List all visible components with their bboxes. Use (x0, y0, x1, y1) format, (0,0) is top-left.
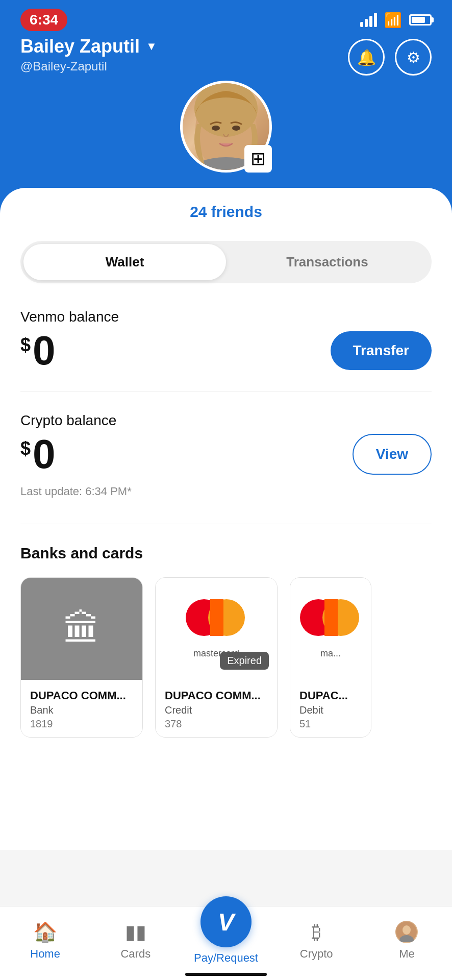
mastercard-name: DUPACO COMM... (165, 689, 268, 702)
venmo-balance-amount: $ 0 (20, 330, 56, 371)
settings-button[interactable]: ⚙ (395, 39, 432, 76)
dropdown-arrow-icon[interactable]: ▼ (146, 40, 157, 53)
status-time: 6:34 (20, 9, 67, 31)
svg-point-4 (212, 126, 220, 131)
svg-point-5 (232, 126, 240, 131)
bank-building-icon: 🏛 (63, 608, 100, 650)
divider-2 (20, 524, 432, 524)
mastercard-debit-name: DUPAC... (299, 689, 362, 702)
nav-avatar (395, 921, 418, 943)
mastercard-debit-body: DUPAC... Debit 51 (290, 680, 371, 737)
venmo-balance-label: Venmo balance (20, 309, 432, 325)
tab-toggle: Wallet Transactions (20, 241, 432, 283)
status-icons: 📶 (360, 12, 432, 29)
bank-card-number: 1819 (30, 718, 133, 730)
user-handle: @Bailey-Zaputil (20, 59, 157, 74)
banks-and-cards-section: Banks and cards 🏛 DUPACO COMM... Bank 18… (20, 545, 432, 748)
crypto-dollar-sign: $ (20, 438, 31, 459)
bank-card[interactable]: 🏛 DUPACO COMM... Bank 1819 (20, 577, 143, 738)
svg-point-7 (403, 925, 411, 935)
venmo-fab-button[interactable]: V (200, 896, 252, 947)
mastercard-label: mastercard (193, 648, 239, 659)
avatar-section: ⊞ (20, 81, 432, 173)
main-content: 24 friends Wallet Transactions Venmo bal… (0, 188, 452, 850)
user-name: Bailey Zaputil (20, 36, 140, 57)
nav-cards[interactable]: ▮▮ Cards (90, 921, 181, 961)
user-info: Bailey Zaputil ▼ @Bailey-Zaputil (20, 36, 157, 74)
status-bar: 6:34 📶 (0, 0, 452, 36)
signal-icon (360, 13, 377, 27)
mastercard-debit-number: 51 (299, 718, 362, 730)
header-top: Bailey Zaputil ▼ @Bailey-Zaputil 🔔 ⚙ (20, 36, 432, 76)
bank-card-type: Bank (30, 704, 133, 716)
nav-avatar-img (396, 922, 417, 942)
venmo-balance-row: $ 0 Transfer (20, 330, 432, 371)
mastercard-debit-label: ma... (320, 648, 341, 659)
qr-code-badge[interactable]: ⊞ (244, 145, 272, 173)
wifi-icon: 📶 (384, 12, 402, 29)
banks-cards-title: Banks and cards (20, 545, 432, 562)
battery-icon (409, 14, 432, 26)
last-update-text: Last update: 6:34 PM* (20, 485, 432, 498)
bell-icon: 🔔 (357, 48, 376, 66)
view-button[interactable]: View (353, 434, 432, 475)
header-section: Bailey Zaputil ▼ @Bailey-Zaputil 🔔 ⚙ (0, 36, 452, 213)
wallet-tab[interactable]: Wallet (23, 244, 226, 280)
nav-crypto[interactable]: ₿ Crypto (271, 921, 362, 961)
crypto-balance-amount: $ 0 (20, 434, 56, 475)
mc-debit-overlap (324, 599, 338, 636)
nav-pay-request-label: Pay/Request (194, 951, 258, 965)
nav-cards-label: Cards (120, 947, 150, 961)
transfer-button[interactable]: Transfer (331, 331, 432, 370)
crypto-balance-label: Crypto balance (20, 412, 432, 429)
nav-crypto-label: Crypto (300, 947, 333, 961)
nav-me-label: Me (399, 947, 415, 961)
mastercard-header: mastercard Expired (156, 578, 277, 680)
bank-card-header: 🏛 (21, 578, 142, 680)
divider-1 (20, 391, 432, 392)
venmo-balance-section: Venmo balance $ 0 Transfer (20, 309, 432, 371)
crypto-icon: ₿ (312, 921, 321, 943)
transactions-tab[interactable]: Transactions (226, 244, 429, 280)
mastercard-debit-type: Debit (299, 704, 362, 716)
mastercard-debit-header: ma... (290, 578, 371, 680)
mastercard-body: DUPACO COMM... Credit 378 (156, 680, 277, 737)
friends-count[interactable]: 24 friends (20, 203, 432, 220)
bank-card-name: DUPACO COMM... (30, 689, 133, 702)
mastercard-expired-card[interactable]: mastercard Expired DUPACO COMM... Credit… (155, 577, 278, 738)
mastercard-logo (186, 599, 247, 640)
cards-list: 🏛 DUPACO COMM... Bank 1819 mastercard (20, 577, 432, 748)
venmo-dollar-sign: $ (20, 334, 31, 356)
mastercard-debit-card[interactable]: ma... DUPAC... Debit 51 (290, 577, 371, 738)
crypto-balance-number: 0 (33, 434, 56, 475)
gear-icon: ⚙ (407, 48, 420, 66)
nav-pay-request[interactable]: V Pay/Request (181, 917, 271, 965)
home-icon: 🏠 (33, 921, 57, 943)
user-name-row[interactable]: Bailey Zaputil ▼ (20, 36, 157, 57)
nav-home[interactable]: 🏠 Home (0, 921, 90, 961)
cards-icon: ▮▮ (125, 921, 146, 943)
mc-overlap (210, 599, 223, 636)
mastercard-number: 378 (165, 718, 268, 730)
avatar-wrapper: ⊞ (180, 81, 272, 173)
mastercard-type: Credit (165, 704, 268, 716)
home-indicator (185, 973, 267, 976)
crypto-balance-section: Crypto balance $ 0 View Last update: 6:3… (20, 412, 432, 498)
header-actions: 🔔 ⚙ (348, 39, 432, 76)
nav-home-label: Home (30, 947, 60, 961)
bank-card-body: DUPACO COMM... Bank 1819 (21, 680, 142, 737)
notification-button[interactable]: 🔔 (348, 39, 385, 76)
nav-me[interactable]: Me (362, 921, 452, 961)
mastercard-debit-logo (300, 599, 361, 640)
bottom-navigation: 🏠 Home ▮▮ Cards V Pay/Request ₿ Crypto M… (0, 906, 452, 980)
venmo-v-icon: V (218, 908, 234, 936)
crypto-balance-row: $ 0 View (20, 434, 432, 475)
qr-icon: ⊞ (250, 148, 266, 169)
venmo-balance-number: 0 (33, 330, 56, 371)
